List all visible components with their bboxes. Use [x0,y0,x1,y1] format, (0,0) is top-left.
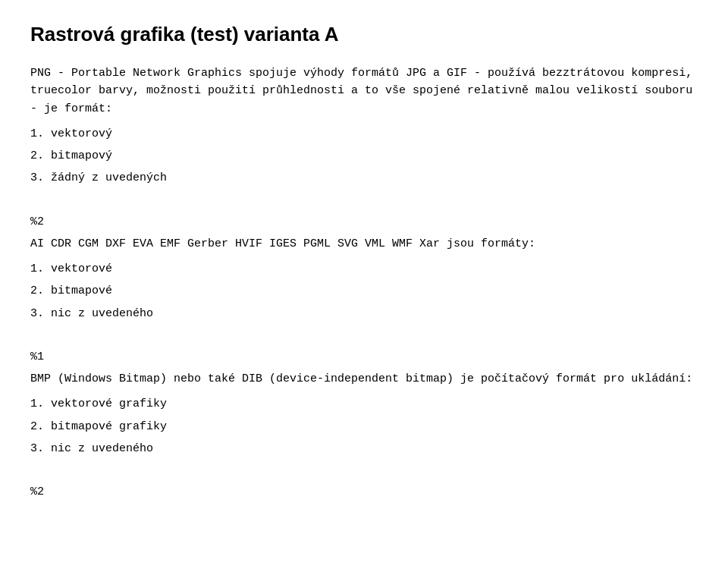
list-item-3-2: 2. bitmapové grafiky [30,418,698,435]
answer-3: %2 [30,483,698,501]
section-3: BMP (Windows Bitmap) nebo také DIB (devi… [30,370,698,388]
list-3: 1. vektorové grafiky 2. bitmapové grafik… [30,395,698,457]
list-item-2-1: 1. vektorové [30,260,698,278]
answer-1: %2 [30,213,698,231]
list-item-1-3: 3. žádný z uvedených [30,169,698,187]
intro-text: PNG - Portable Network Graphics spojuje … [30,64,698,118]
list-item-2-2: 2. bitmapové [30,282,698,300]
list-item-3-3: 3. nic z uvedeného [30,440,698,457]
list-item-2-3: 3. nic z uvedeného [30,305,698,322]
para-3-text: BMP (Windows Bitmap) nebo také DIB (devi… [30,370,698,388]
page-title: Rastrová grafika (test) varianta A [30,23,698,46]
answer-2: %1 [30,348,698,366]
list-item-1-2: 2. bitmapový [30,147,698,165]
para-2-text: AI CDR CGM DXF EVA EMF Gerber HVIF IGES … [30,235,698,253]
section-1: PNG - Portable Network Graphics spojuje … [30,64,698,118]
section-2: AI CDR CGM DXF EVA EMF Gerber HVIF IGES … [30,235,698,253]
list-item-1-1: 1. vektorový [30,125,698,143]
list-item-3-1: 1. vektorové grafiky [30,395,698,413]
list-1: 1. vektorový 2. bitmapový 3. žádný z uve… [30,125,698,187]
list-2: 1. vektorové 2. bitmapové 3. nic z uvede… [30,260,698,322]
